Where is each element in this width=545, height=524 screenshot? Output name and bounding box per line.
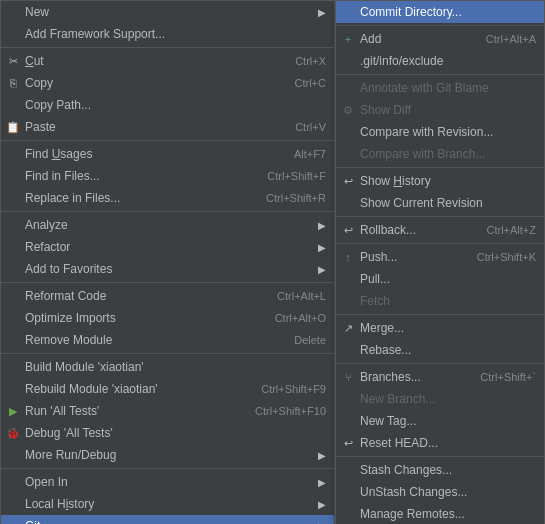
separator [336,167,544,168]
arrow-icon: ▶ [308,499,326,510]
submenu-item-show-history[interactable]: ↩ Show History [336,170,544,192]
menu-item-rebuild-module[interactable]: Rebuild Module 'xiaotian' Ctrl+Shift+F9 [1,378,334,400]
menu-label: Paste [25,120,56,134]
submenu-item-reset-head[interactable]: ↩ Reset HEAD... [336,432,544,454]
merge-icon: ↗ [340,320,356,336]
submenu-item-compare-branch: Compare with Branch... [336,143,544,165]
arrow-icon: ▶ [308,477,326,488]
menu-item-build-module[interactable]: Build Module 'xiaotian' [1,356,334,378]
menu-label: Copy [25,76,53,90]
separator [336,456,544,457]
arrow-icon: ▶ [308,264,326,275]
menu-item-debug-tests[interactable]: 🐞 Debug 'All Tests' [1,422,334,444]
menu-item-reformat-code[interactable]: Reformat Code Ctrl+Alt+L [1,285,334,307]
separator [1,353,334,354]
menu-label: Build Module 'xiaotian' [25,360,144,374]
submenu-label: Commit Directory... [360,5,462,19]
submenu-item-gitinfo[interactable]: .git/info/exclude [336,50,544,72]
menu-item-copy[interactable]: ⎘ Copy Ctrl+C [1,72,334,94]
menu-item-refactor[interactable]: Refactor ▶ [1,236,334,258]
shortcut: Ctrl+Shift+R [246,192,326,204]
menu-item-paste[interactable]: 📋 Paste Ctrl+V [1,116,334,138]
menu-item-optimize-imports[interactable]: Optimize Imports Ctrl+Alt+O [1,307,334,329]
submenu-item-compare-revision[interactable]: Compare with Revision... [336,121,544,143]
submenu-item-pull[interactable]: Pull... [336,268,544,290]
submenu-label: Reset HEAD... [360,436,438,450]
menu-label: Find in Files... [25,169,100,183]
menu-item-more-run[interactable]: More Run/Debug ▶ [1,444,334,466]
submenu-item-show-current-revision[interactable]: Show Current Revision [336,192,544,214]
submenu-item-new-tag[interactable]: New Tag... [336,410,544,432]
shortcut: Ctrl+Shift+` [460,371,536,383]
separator [336,243,544,244]
submenu-item-add[interactable]: + Add Ctrl+Alt+A [336,28,544,50]
menu-item-remove-module[interactable]: Remove Module Delete [1,329,334,351]
menu-label: Replace in Files... [25,191,120,205]
shortcut: Ctrl+Alt+O [255,312,326,324]
submenu-item-push[interactable]: ↑ Push... Ctrl+Shift+K [336,246,544,268]
submenu-item-rebase[interactable]: Rebase... [336,339,544,361]
menu-item-open-in[interactable]: Open In ▶ [1,471,334,493]
submenu-label: UnStash Changes... [360,485,467,499]
arrow-icon: ▶ [308,220,326,231]
diff-icon: ⚙ [340,102,356,118]
copy-icon: ⎘ [5,75,21,91]
submenu-item-branches[interactable]: ⑂ Branches... Ctrl+Shift+` [336,366,544,388]
menu-item-find-in-files[interactable]: Find in Files... Ctrl+Shift+F [1,165,334,187]
submenu-label: Stash Changes... [360,463,452,477]
menu-label: Local History [25,497,94,511]
add-icon: + [340,31,356,47]
arrow-icon: ▶ [308,7,326,18]
menu-label: Refactor [25,240,70,254]
menu-item-replace-in-files[interactable]: Replace in Files... Ctrl+Shift+R [1,187,334,209]
menu-item-add-framework[interactable]: Add Framework Support... [1,23,334,45]
menu-item-run-tests[interactable]: ▶ Run 'All Tests' Ctrl+Shift+F10 [1,400,334,422]
branch-icon: ⑂ [340,369,356,385]
menu-label: Add Framework Support... [25,27,165,41]
menu-label: Rebuild Module 'xiaotian' [25,382,158,396]
menu-item-cut[interactable]: ✂ Cut Ctrl+X [1,50,334,72]
menu-item-analyze[interactable]: Analyze ▶ [1,214,334,236]
submenu-item-stash[interactable]: Stash Changes... [336,459,544,481]
menu-item-new[interactable]: New ▶ [1,1,334,23]
menu-label: Copy Path... [25,98,91,112]
shortcut: Alt+F7 [274,148,326,160]
submenu-label: Merge... [360,321,404,335]
submenu-label: Push... [360,250,397,264]
debug-icon: 🐞 [5,425,21,441]
menu-item-add-to-favorites[interactable]: Add to Favorites ▶ [1,258,334,280]
menu-item-git[interactable]: Git ▶ [1,515,334,524]
menu-item-copy-path[interactable]: Copy Path... [1,94,334,116]
separator [1,140,334,141]
cut-icon: ✂ [5,53,21,69]
shortcut: Ctrl+Shift+F9 [241,383,326,395]
shortcut: Ctrl+Shift+K [457,251,536,263]
submenu-item-annotate: Annotate with Git Blame [336,77,544,99]
submenu-label: Compare with Revision... [360,125,493,139]
submenu-item-merge[interactable]: ↗ Merge... [336,317,544,339]
submenu-item-commit-dir[interactable]: Commit Directory... [336,1,544,23]
submenu-label: Rollback... [360,223,416,237]
arrow-icon: ▶ [308,242,326,253]
rollback-icon: ↩ [340,222,356,238]
submenu-label: Compare with Branch... [360,147,485,161]
menu-label: Analyze [25,218,68,232]
submenu-item-unstash[interactable]: UnStash Changes... [336,481,544,503]
menu-item-local-history[interactable]: Local History ▶ [1,493,334,515]
separator [1,282,334,283]
submenu-item-rollback[interactable]: ↩ Rollback... Ctrl+Alt+Z [336,219,544,241]
menu-label: Optimize Imports [25,311,116,325]
shortcut: Ctrl+Alt+L [257,290,326,302]
submenu-item-manage-remotes[interactable]: Manage Remotes... [336,503,544,524]
menu-item-find-usages[interactable]: Find Usages Alt+F7 [1,143,334,165]
submenu-label: New Tag... [360,414,416,428]
separator [336,216,544,217]
shortcut: Ctrl+Alt+A [466,33,536,45]
push-icon: ↑ [340,249,356,265]
submenu-label: New Branch... [360,392,435,406]
separator [1,47,334,48]
menu-label: Git [25,519,40,524]
menu-label: More Run/Debug [25,448,116,462]
shortcut: Ctrl+X [275,55,326,67]
submenu-label: Rebase... [360,343,411,357]
